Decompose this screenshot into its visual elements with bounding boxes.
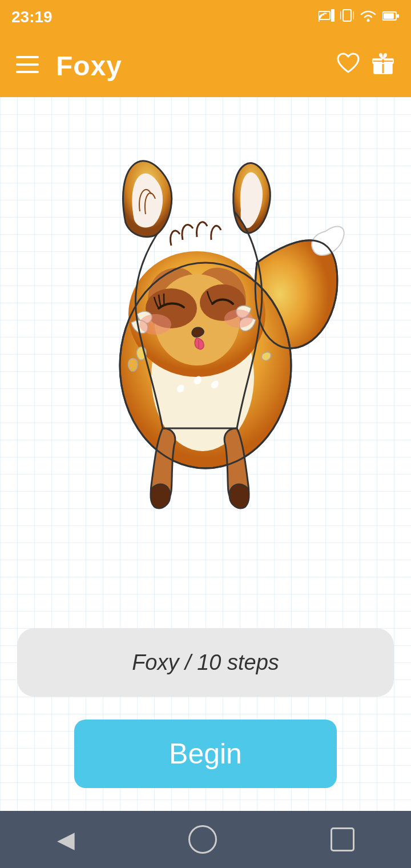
svg-rect-12 <box>16 71 39 73</box>
back-button[interactable]: ◀ <box>46 821 86 858</box>
info-text: Foxy / 10 steps <box>132 650 279 675</box>
svg-rect-9 <box>397 14 399 18</box>
back-icon: ◀ <box>57 826 75 853</box>
svg-point-26 <box>224 310 253 328</box>
home-icon <box>188 825 217 854</box>
svg-point-6 <box>367 19 370 22</box>
gift-icon[interactable] <box>371 52 395 80</box>
status-bar: 23:19 <box>0 0 411 34</box>
bottom-nav: ◀ <box>0 811 411 868</box>
svg-rect-10 <box>16 56 39 58</box>
svg-point-1 <box>319 21 320 22</box>
vibrate-icon <box>340 7 354 27</box>
fox-illustration <box>57 120 354 520</box>
recents-icon <box>331 827 354 851</box>
svg-rect-3 <box>343 10 351 21</box>
info-card: Foxy / 10 steps <box>17 628 394 697</box>
menu-icon[interactable] <box>16 54 39 78</box>
home-button[interactable] <box>177 819 228 859</box>
wifi-icon <box>360 9 377 25</box>
begin-button[interactable]: Begin <box>74 720 337 788</box>
status-icons <box>319 7 400 27</box>
favorite-icon[interactable] <box>337 53 360 79</box>
svg-rect-11 <box>16 63 39 66</box>
app-bar-right <box>337 52 395 80</box>
app-bar: Foxy <box>0 34 411 97</box>
svg-point-25 <box>139 314 171 335</box>
app-bar-left: Foxy <box>16 50 122 82</box>
battery-icon <box>382 10 400 25</box>
svg-rect-2 <box>331 9 335 22</box>
fox-image-container <box>46 114 365 525</box>
app-title: Foxy <box>56 50 122 82</box>
svg-rect-8 <box>384 13 394 19</box>
main-content: Foxy / 10 steps Begin <box>0 97 411 811</box>
cast-icon <box>319 9 335 25</box>
status-time: 23:19 <box>11 8 53 26</box>
recents-button[interactable] <box>319 822 366 857</box>
